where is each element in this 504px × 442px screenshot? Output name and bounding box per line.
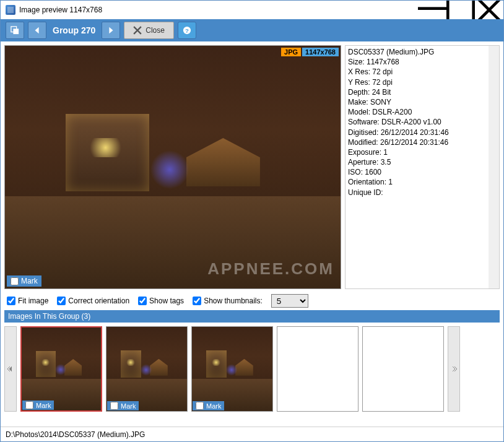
meta-depth: Depth: 24 Bit bbox=[348, 87, 497, 97]
svg-rect-3 bbox=[13, 28, 19, 34]
meta-make: Make: SONY bbox=[348, 97, 497, 107]
svg-rect-0 bbox=[418, 7, 446, 10]
options-row: Fit image Correct orientation Show tags … bbox=[4, 289, 500, 310]
correct-orientation-checkbox[interactable]: Correct orientation bbox=[57, 297, 129, 305]
chevron-left-icon bbox=[33, 26, 41, 35]
fit-image-input[interactable] bbox=[7, 297, 15, 305]
thumbnail-card[interactable]: JPG 3872x2592 Mark bbox=[106, 326, 188, 412]
chevron-left-icon bbox=[7, 365, 14, 373]
meta-yres: Y Res: 72 dpi bbox=[348, 77, 497, 87]
meta-aperture: Aperture: 3.5 bbox=[348, 157, 497, 167]
show-thumbnails-input[interactable] bbox=[193, 297, 201, 305]
x-icon bbox=[133, 26, 142, 35]
preview-tags: JPG 1147x768 bbox=[281, 48, 339, 56]
content: APPNEE.COM JPG 1147x768 Mark DSC05337 (M… bbox=[1, 41, 503, 427]
thumbnail-card[interactable]: JPG 3872x2592 Mark bbox=[191, 326, 273, 412]
close-button[interactable]: Close bbox=[124, 22, 174, 39]
maximize-button[interactable] bbox=[446, 1, 475, 19]
watermark: APPNEE.COM bbox=[207, 259, 334, 279]
meta-filename: DSC05337 (Medium).JPG bbox=[348, 47, 497, 57]
window-close-button[interactable] bbox=[475, 1, 503, 19]
collection-icon bbox=[11, 26, 19, 35]
preview-image: APPNEE.COM bbox=[5, 46, 341, 288]
show-tags-input[interactable] bbox=[138, 297, 147, 305]
status-path: D:\Photos\2014\DSC05337 (Medium).JPG bbox=[6, 430, 145, 439]
svg-text:?: ? bbox=[185, 27, 189, 34]
metadata-panel: DSC05337 (Medium).JPG Size: 1147x768 X R… bbox=[345, 45, 500, 289]
thumbnail-image bbox=[22, 327, 101, 410]
mark-input[interactable] bbox=[196, 402, 204, 410]
thumbs-next-button[interactable] bbox=[448, 326, 460, 412]
mark-input[interactable] bbox=[25, 401, 33, 409]
meta-size: Size: 1147x768 bbox=[348, 57, 497, 67]
mark-checkbox[interactable]: Mark bbox=[7, 275, 41, 287]
mark-checkbox[interactable]: Mark bbox=[107, 401, 139, 410]
statusbar: D:\Photos\2014\DSC05337 (Medium).JPG bbox=[1, 427, 503, 441]
prev-group-button[interactable] bbox=[28, 22, 46, 39]
titlebar: Image preview 1147x768 bbox=[1, 1, 503, 19]
meta-digitised: Digitised: 26/12/2014 20:31:46 bbox=[348, 128, 497, 137]
thumbnails-area: JPG 1147x768 Mark JPG 3872x2592 Mark bbox=[4, 323, 500, 412]
mark-label: Mark bbox=[21, 277, 38, 285]
fit-image-checkbox[interactable]: Fit image bbox=[7, 297, 48, 305]
window-controls bbox=[418, 1, 503, 19]
mark-checkbox[interactable]: Mark bbox=[193, 401, 224, 410]
help-button[interactable]: ? bbox=[178, 22, 196, 39]
chevron-right-icon bbox=[450, 365, 458, 373]
collection-button[interactable] bbox=[6, 22, 24, 39]
thumbnail-empty bbox=[277, 326, 358, 412]
show-thumbnails-checkbox[interactable]: Show thumbnails: bbox=[193, 297, 263, 305]
upper-pane: APPNEE.COM JPG 1147x768 Mark DSC05337 (M… bbox=[4, 45, 500, 289]
chevron-right-icon bbox=[106, 26, 115, 35]
meta-scrollbar[interactable] bbox=[489, 46, 499, 288]
show-tags-label: Show tags bbox=[149, 297, 184, 305]
meta-xres: X Res: 72 dpi bbox=[348, 67, 497, 77]
toolbar: Group 270 Close ? bbox=[1, 19, 503, 41]
thumbnail-count-select[interactable]: 5 bbox=[271, 294, 308, 308]
show-thumbnails-label: Show thumbnails: bbox=[204, 297, 263, 305]
app-icon bbox=[6, 5, 15, 15]
mark-label: Mark bbox=[206, 402, 221, 410]
fit-image-label: Fit image bbox=[18, 297, 48, 305]
meta-software: Software: DSLR-A200 v1.00 bbox=[348, 117, 497, 127]
thumbnail-card[interactable]: JPG 1147x768 Mark bbox=[20, 326, 102, 412]
mark-label: Mark bbox=[121, 402, 136, 410]
mark-input[interactable] bbox=[11, 277, 19, 285]
thumbnail-image bbox=[192, 327, 272, 411]
thumbs-prev-button[interactable] bbox=[4, 326, 17, 412]
group-label: Group 270 bbox=[50, 25, 98, 35]
image-preview[interactable]: APPNEE.COM JPG 1147x768 Mark bbox=[4, 45, 341, 289]
thumbnail-image bbox=[106, 327, 187, 411]
window-title: Image preview 1147x768 bbox=[19, 6, 418, 14]
next-group-button[interactable] bbox=[102, 22, 120, 39]
mark-label: Mark bbox=[36, 402, 51, 409]
meta-model: Model: DSLR-A200 bbox=[348, 107, 497, 117]
help-icon: ? bbox=[183, 26, 191, 35]
meta-modified: Modified: 26/12/2014 20:31:46 bbox=[348, 137, 497, 147]
close-button-label: Close bbox=[146, 26, 165, 35]
mark-checkbox[interactable]: Mark bbox=[22, 401, 54, 410]
mark-input[interactable] bbox=[110, 402, 118, 410]
correct-orientation-label: Correct orientation bbox=[68, 297, 129, 305]
meta-exposure: Exposure: 1 bbox=[348, 147, 497, 157]
dimensions-tag: 1147x768 bbox=[302, 48, 339, 56]
meta-uniqueid: Unique ID: bbox=[348, 188, 497, 197]
jpg-tag: JPG bbox=[281, 48, 301, 56]
thumbnail-empty bbox=[362, 326, 444, 412]
meta-iso: ISO: 1600 bbox=[348, 167, 497, 177]
group-header: Images In This Group (3) bbox=[4, 310, 500, 323]
correct-orientation-input[interactable] bbox=[57, 297, 66, 305]
meta-orientation: Orientation: 1 bbox=[348, 177, 497, 187]
minimize-button[interactable] bbox=[418, 1, 446, 19]
show-tags-checkbox[interactable]: Show tags bbox=[138, 297, 184, 305]
